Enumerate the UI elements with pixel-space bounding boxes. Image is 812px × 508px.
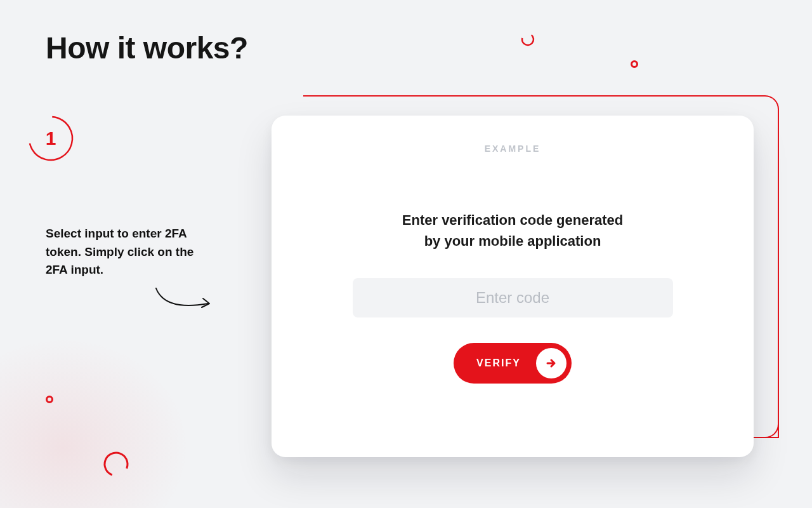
dot-icon	[631, 60, 638, 68]
svg-point-1	[520, 32, 535, 47]
background-glow	[0, 337, 190, 508]
dot-icon	[46, 396, 53, 403]
spinner-icon	[520, 32, 535, 47]
instruction-text: Enter verification code generated by you…	[402, 210, 623, 251]
example-card: EXAMPLE Enter verification code generate…	[272, 116, 754, 457]
svg-point-2	[102, 450, 131, 479]
spinner-icon	[102, 450, 131, 479]
step-number: 1	[27, 114, 75, 163]
arrow-curve-icon	[154, 286, 214, 316]
step-description: Select input to enter 2FA token. Simply …	[46, 225, 204, 279]
arrow-right-icon	[536, 348, 566, 378]
example-badge: EXAMPLE	[485, 144, 541, 154]
step-indicator: 1	[27, 114, 75, 163]
verify-button-label: VERIFY	[476, 358, 521, 369]
instruction-line: by your mobile application	[424, 233, 601, 249]
code-input[interactable]	[353, 278, 673, 318]
instruction-line: Enter verification code generated	[402, 212, 623, 228]
decorative-frame	[303, 95, 779, 116]
page-heading: How it works?	[46, 30, 248, 65]
verify-button[interactable]: VERIFY	[454, 343, 572, 384]
decorative-frame	[778, 112, 779, 438]
decorative-frame	[765, 424, 779, 438]
